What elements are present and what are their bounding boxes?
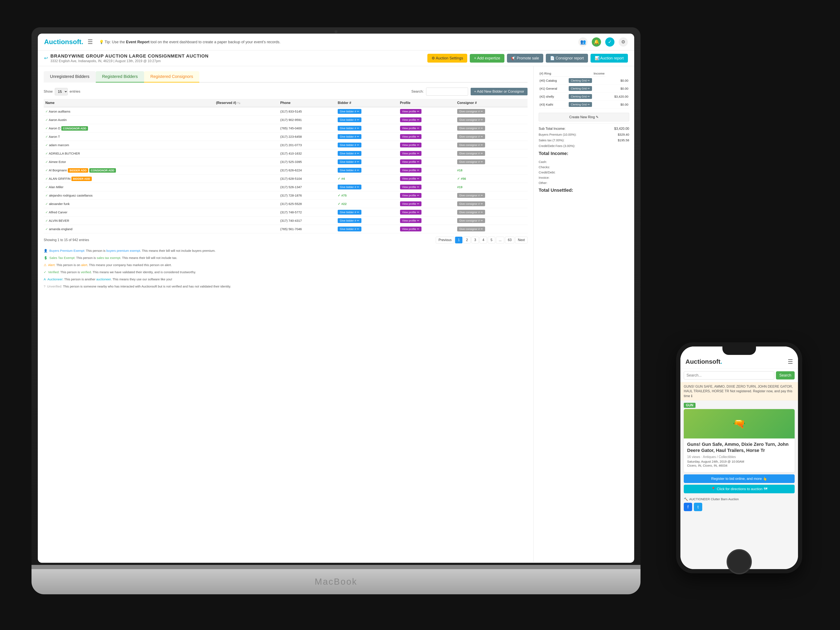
give-consignor-button[interactable]: Give consignor # ✏	[457, 201, 485, 206]
table-row: ✓ Aaron D CONSIGNOR ADD (765) 745-0400 G…	[44, 124, 527, 133]
edit-icon: ✏	[357, 152, 359, 155]
auction-report-button[interactable]: 📊 Auction report	[591, 54, 628, 63]
cell-phone: (317) 748-5772	[279, 208, 336, 216]
twitter-button[interactable]: t	[694, 503, 702, 511]
bell-icon[interactable]: 🔔	[592, 37, 601, 47]
phone-search-input[interactable]	[684, 371, 774, 379]
show-label: Show	[44, 90, 53, 94]
prev-button[interactable]: Previous	[436, 237, 454, 243]
view-profile-button[interactable]: View profile ✏	[400, 185, 422, 189]
give-consignor-button[interactable]: Give consignor # ✏	[457, 218, 485, 223]
next-button[interactable]: Next	[515, 237, 527, 243]
give-consignor-button[interactable]: Give consignor # ✏	[457, 109, 485, 114]
view-profile-button[interactable]: View profile ✏	[400, 142, 422, 147]
edit-icon: ✏	[481, 110, 483, 113]
view-profile-button[interactable]: View profile ✏	[400, 159, 422, 164]
give-bidder-button[interactable]: Give bidder # ✏	[338, 185, 361, 189]
entries-select[interactable]: 15 25 50	[55, 88, 68, 95]
page-63-button[interactable]: 63	[505, 237, 514, 243]
page-3-button[interactable]: 3	[471, 237, 479, 243]
col-name: Name	[44, 99, 215, 107]
cell-reserved	[215, 208, 279, 216]
buyers-premium-row-label: Buyers Premium (10.00%):	[538, 133, 576, 136]
cell-bidder: Give bidder # ✏	[336, 116, 398, 124]
give-consignor-button[interactable]: Give consignor # ✏	[457, 117, 485, 122]
give-consignor-button[interactable]: Give consignor # ✏	[457, 210, 485, 215]
view-profile-button[interactable]: View profile ✏	[400, 134, 422, 139]
clerking-grid-button[interactable]: Clerking Grid ✏	[569, 86, 592, 91]
phone-listing-views: 16 views · Antiques / Collectibles	[687, 455, 791, 459]
page-ellipsis-button[interactable]: ...	[496, 237, 504, 243]
table-row: ✓ adam marcom (317) 201-0773 Give bidder…	[44, 141, 527, 149]
give-consignor-button[interactable]: Give consignor # ✏	[457, 193, 485, 198]
users-icon[interactable]: 👥	[578, 37, 587, 47]
clerking-grid-button[interactable]: Clerking Grid ✏	[569, 78, 592, 83]
page-5-button[interactable]: 5	[488, 237, 495, 243]
page-4-button[interactable]: 4	[480, 237, 487, 243]
give-consignor-button[interactable]: Give consignor # ✏	[457, 159, 485, 164]
give-bidder-button[interactable]: Give bidder # ✏	[338, 168, 361, 173]
give-bidder-button[interactable]: Give bidder # ✏	[338, 109, 361, 114]
view-profile-button[interactable]: View profile ✏	[400, 126, 422, 131]
give-bidder-button[interactable]: Give bidder # ✏	[338, 117, 361, 122]
search-input[interactable]	[426, 88, 468, 96]
cell-reserved	[215, 216, 279, 225]
directions-label: Click for directions to auction	[717, 487, 762, 491]
check-circle-icon[interactable]: ✓	[605, 37, 614, 47]
view-profile-button[interactable]: View profile ✏	[400, 168, 422, 173]
phone-menu-icon[interactable]: ☰	[788, 358, 793, 365]
consignor-report-button[interactable]: 📄 Consignor report	[546, 54, 588, 63]
view-profile-button[interactable]: View profile ✏	[400, 193, 422, 198]
phone-listing-location: Cicero, IN, Cicero, IN, 46034	[687, 464, 791, 467]
view-profile-button[interactable]: View profile ✏	[400, 176, 422, 181]
view-profile-button[interactable]: View profile ✏	[400, 109, 422, 114]
ring-clerking: Clerking Grid ✏	[568, 101, 605, 109]
give-consignor-button[interactable]: Give consignor # ✏	[457, 227, 485, 231]
cell-profile: View profile ✏	[398, 191, 455, 200]
auction-settings-button[interactable]: ⚙ Auction Settings	[427, 54, 467, 63]
phone-home-button[interactable]	[726, 549, 752, 574]
give-bidder-button[interactable]: Give bidder # ✏	[338, 151, 361, 156]
main-content: Unregistered Bidders Registered Bidders …	[38, 66, 634, 562]
cell-bidder: Give bidder # ✏	[336, 183, 398, 191]
page-2-button[interactable]: 2	[463, 237, 471, 243]
give-bidder-button[interactable]: Give bidder # ✏	[338, 159, 361, 164]
give-consignor-button[interactable]: Give consignor # ✏	[457, 126, 485, 131]
checks-label: Checks:	[538, 165, 550, 169]
view-profile-button[interactable]: View profile ✏	[400, 210, 422, 215]
tab-registered[interactable]: Registered Bidders	[96, 71, 144, 82]
give-consignor-button[interactable]: Give consignor # ✏	[457, 151, 485, 156]
tab-consignors[interactable]: Registered Consignors	[144, 71, 199, 82]
view-profile-button[interactable]: View profile ✏	[400, 218, 422, 223]
add-bidder-button[interactable]: + Add New Bidder or Consignor	[471, 88, 527, 95]
give-bidder-button[interactable]: Give bidder # ✏	[338, 126, 361, 131]
phone-directions-button[interactable]: 📍 Click for directions to auction 🗺	[684, 485, 795, 493]
give-bidder-button[interactable]: Give bidder # ✏	[338, 227, 361, 231]
view-profile-button[interactable]: View profile ✏	[400, 151, 422, 156]
cell-consignor: Give consignor # ✏	[455, 124, 527, 133]
cell-bidder: Give bidder # ✏	[336, 124, 398, 133]
facebook-button[interactable]: f	[684, 503, 692, 511]
clerking-grid-button[interactable]: Clerking Grid ✏	[569, 94, 592, 99]
give-consignor-button[interactable]: Give consignor # ✏	[457, 142, 485, 147]
hamburger-icon[interactable]: ☰	[88, 38, 93, 45]
tab-unregistered[interactable]: Unregistered Bidders	[44, 71, 96, 82]
give-bidder-button[interactable]: Give bidder # ✏	[338, 142, 361, 147]
phone-register-button[interactable]: Register to bid online, and more 👆	[684, 474, 795, 483]
give-bidder-button[interactable]: Give bidder # ✏	[338, 218, 361, 223]
page-1-button[interactable]: 1	[455, 237, 463, 243]
view-profile-button[interactable]: View profile ✏	[400, 201, 422, 206]
add-expertize-button[interactable]: + Add expertize	[470, 54, 504, 63]
give-bidder-button[interactable]: Give bidder # ✏	[338, 210, 361, 215]
create-ring-button[interactable]: Create New Ring ✎	[538, 113, 629, 122]
view-profile-button[interactable]: View profile ✏	[400, 227, 422, 231]
checks-row: Checks:	[538, 164, 629, 170]
settings-icon[interactable]: ⚙	[619, 37, 628, 47]
phone-search-button[interactable]: Search	[776, 371, 795, 379]
give-bidder-button[interactable]: Give bidder # ✏	[338, 134, 361, 139]
create-ring-label: Create New Ring ✎	[569, 115, 598, 119]
give-consignor-button[interactable]: Give consignor # ✏	[457, 134, 485, 139]
view-profile-button[interactable]: View profile ✏	[400, 117, 422, 122]
clerking-grid-button[interactable]: Clerking Grid ✏	[569, 102, 592, 107]
promote-sale-button[interactable]: 📢 Promote sale	[507, 54, 543, 63]
